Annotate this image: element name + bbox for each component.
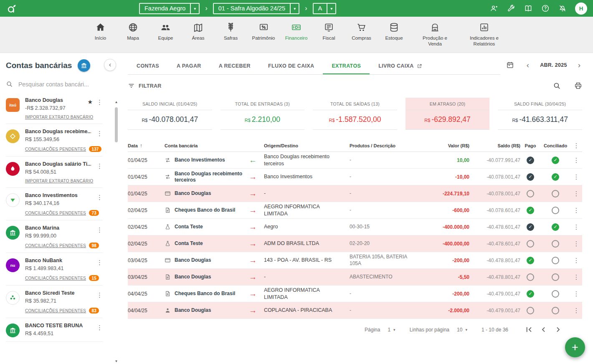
tab-extratos[interactable]: EXTRATOS [323,58,370,74]
account-menu-icon[interactable]: ⋮ [96,291,103,299]
account-menu-icon[interactable]: ⋮ [96,162,103,170]
tab-fluxo-de-caixa[interactable]: FLUXO DE CAIXA [259,58,323,74]
account-menu-icon[interactable]: ⋮ [96,194,103,201]
paid-checkbox[interactable]: ✓ [527,223,534,231]
paid-checkbox[interactable]: ✓ [527,207,534,214]
wrench-icon[interactable] [507,4,515,13]
reconciled-checkbox[interactable] [552,273,559,281]
paid-checkbox[interactable]: ✓ [527,290,534,298]
col-saldo[interactable]: Saldo (R$) [469,143,520,148]
row-menu-icon[interactable]: ⋮ [573,257,580,264]
print-icon[interactable] [574,82,582,90]
account-list-item[interactable]: Banco Douglas salário Ti...R$ 54.008,51I… [6,157,103,188]
prev-page-icon[interactable] [539,325,548,334]
row-menu-icon[interactable]: ⋮ [573,307,580,314]
nav-item-indicadores-e-relatorios[interactable]: Indicadores e Relatórios [464,22,504,53]
row-menu-icon[interactable]: ⋮ [573,273,580,281]
account-action-link[interactable]: CONCILIAÇÕES PENDENTES15 [25,275,91,281]
tab-a-pagar[interactable]: A PAGAR [168,58,210,74]
nav-item-compras[interactable]: Compras [350,22,373,53]
chevron-down-icon[interactable]: ▾ [290,4,299,13]
account-menu-icon[interactable]: ⋮ [96,99,103,106]
transaction-row[interactable]: 01/04/25Banco Douglas recebimento tercei… [128,169,582,185]
nav-item-producao-e-venda[interactable]: Produção e Venda [415,22,454,53]
account-action-link[interactable]: IMPORTAR EXTRATO BANCÁRIO [25,115,82,119]
notifications-off-icon[interactable] [558,4,567,13]
sidebar-scrollbar[interactable]: ▲ ▼ [114,101,119,363]
col-valor[interactable]: Valor (R$) [423,143,469,148]
account-menu-icon[interactable]: ⋮ [96,130,103,137]
col-pago[interactable]: Pago [520,143,540,148]
paid-checkbox[interactable] [527,307,534,314]
reconciled-checkbox[interactable] [552,257,559,264]
reconciled-checkbox[interactable]: ✓ [552,173,559,181]
reconciled-checkbox[interactable]: ✓ [552,157,559,164]
nav-item-equipe[interactable]: Equipe [155,22,177,53]
account-list-item[interactable]: Banco InvestimentosR$ 340.174,16CONCILIA… [6,188,103,220]
row-menu-icon[interactable]: ⋮ [573,223,580,230]
tab-a-receber[interactable]: A RECEBER [210,58,259,74]
reconciled-checkbox[interactable] [552,290,559,298]
tab-livro-caixa[interactable]: LIVRO CAIXA [370,58,431,74]
reconciled-checkbox[interactable] [552,307,559,314]
account-search-input[interactable] [18,81,114,88]
account-menu-icon[interactable]: ⋮ [96,324,103,331]
collapse-sidebar-button[interactable]: ‹ [104,59,116,71]
season-selector[interactable]: 01 - Safra Algodão 24/25 ▾ [213,3,299,14]
calendar-icon[interactable] [506,61,514,69]
col-produtos-descricao[interactable]: Produtos / Descrição [350,143,423,148]
scrollbar-thumb[interactable] [115,107,118,142]
nav-item-areas[interactable]: Áreas [187,22,210,53]
row-menu-icon[interactable]: ⋮ [573,290,580,297]
nav-item-fiscal[interactable]: Fiscal [317,22,340,53]
nav-item-patrimonio[interactable]: Patrimônio [252,22,275,53]
header-menu-icon[interactable]: ⋮ [573,142,580,149]
account-list-item[interactable]: Banco Douglas recebime...R$ 155.349,56CO… [6,124,103,157]
transaction-row[interactable]: 01/04/25Banco Douglas→---224.719,10-40.0… [128,185,582,202]
row-menu-icon[interactable]: ⋮ [573,240,580,247]
col-origem-destino[interactable]: Origem/Destino [264,143,350,148]
row-menu-icon[interactable]: ⋮ [573,157,580,164]
reconciled-checkbox[interactable] [552,190,559,197]
add-transaction-fab[interactable]: + [565,337,585,357]
reconciled-checkbox[interactable]: ✓ [552,223,559,231]
aegro-logo-icon[interactable] [6,3,17,14]
paid-checkbox[interactable] [527,190,534,197]
add-bank-account-button[interactable] [78,59,90,72]
filter-button[interactable]: FILTRAR [128,82,162,89]
first-page-icon[interactable] [524,325,534,334]
col-data[interactable]: Data↑ [128,143,165,149]
paid-checkbox[interactable]: ✓ [527,157,534,164]
account-action-link[interactable]: CONCILIAÇÕES PENDENTES98 [25,243,91,248]
farm-selector[interactable]: Fazenda Aegro ▾ [139,3,200,14]
transaction-row[interactable]: 04/04/25Banco Douglas→COPLACANA - PIRACI… [128,302,582,319]
row-menu-icon[interactable]: ⋮ [573,190,580,197]
nav-item-financeiro[interactable]: Financeiro [285,22,307,53]
tab-contas[interactable]: CONTAS [128,58,168,74]
chevron-down-icon[interactable]: ▾ [327,4,335,13]
account-list-item[interactable]: nuBanco NuBankR$ 1.489.983,41CONCILIAÇÕE… [6,253,103,286]
paid-checkbox[interactable] [527,273,534,281]
account-list-item[interactable]: Banco Sicredi TesteR$ 35.982,71CONCILIAÇ… [6,286,103,318]
scroll-up-icon[interactable]: ▲ [115,101,118,104]
reconciled-checkbox[interactable] [552,240,559,248]
account-menu-icon[interactable]: ⋮ [96,226,103,234]
account-list-item[interactable]: BANCO TESTE BRUNAR$ 4.459,51⋮ [6,318,103,342]
account-action-link[interactable]: CONCILIAÇÕES PENDENTES137 [25,146,91,152]
account-list-item[interactable]: itaúBanco Douglas-R$ 2.328.732,97IMPORTA… [6,93,103,124]
account-action-link[interactable]: CONCILIAÇÕES PENDENTES83 [25,308,91,313]
reconciled-checkbox[interactable] [552,207,559,214]
col-conciliado[interactable]: Conciliado [540,143,570,148]
support-icon[interactable] [490,4,498,13]
col-conta-bancaria[interactable]: Conta bancária [165,143,248,148]
page-select[interactable]: 1▾ [388,327,395,333]
guide-icon[interactable] [524,4,532,13]
help-icon[interactable] [541,4,550,13]
transaction-row[interactable]: 04/04/25Cheques Banco do Brasil→AEGRO IN… [128,286,582,302]
scroll-down-icon[interactable]: ▼ [115,360,118,363]
next-month-icon[interactable]: › [576,61,582,69]
next-page-icon[interactable] [553,325,563,334]
paid-checkbox[interactable] [527,240,534,248]
paid-checkbox[interactable]: ✓ [527,173,534,181]
row-menu-icon[interactable]: ⋮ [573,173,580,180]
